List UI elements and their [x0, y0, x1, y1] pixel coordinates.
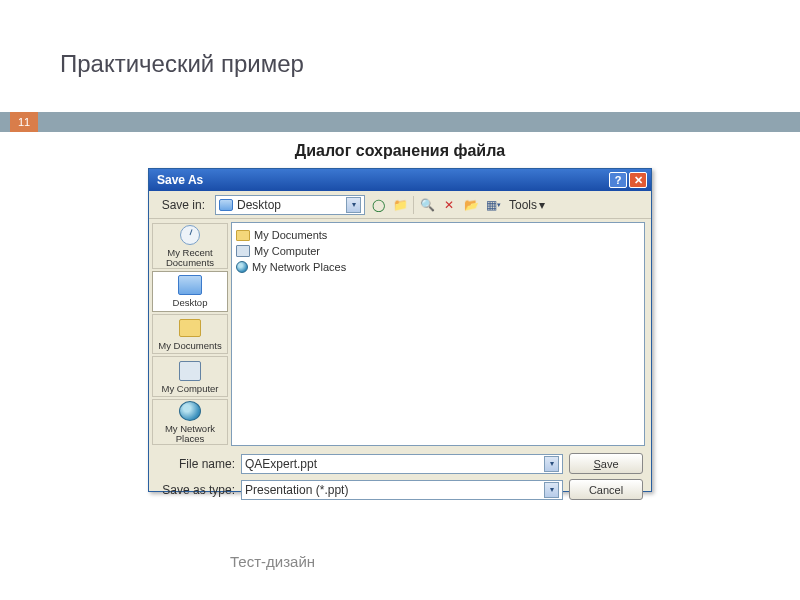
filename-label: File name: — [157, 457, 235, 471]
savein-combo[interactable]: Desktop ▾ — [215, 195, 365, 215]
search-icon[interactable]: 🔍 — [418, 196, 436, 214]
slide-subheading: Диалог сохранения файла — [0, 142, 800, 160]
save-as-dialog: Save As ? ✕ Save in: Desktop ▾ ◯ 📁 🔍 ✕ 📂… — [148, 168, 652, 492]
file-name: My Network Places — [252, 261, 346, 273]
slide-stripe — [0, 112, 800, 132]
computer-icon — [177, 360, 203, 382]
filename-input[interactable]: QAExpert.ppt ▾ — [241, 454, 563, 474]
dialog-body: My Recent Documents Desktop My Documents… — [149, 219, 651, 449]
close-button[interactable]: ✕ — [629, 172, 647, 188]
globe-icon — [236, 261, 248, 273]
back-icon[interactable]: ◯ — [369, 196, 387, 214]
titlebar[interactable]: Save As ? ✕ — [149, 169, 651, 191]
desktop-icon — [177, 274, 203, 296]
filename-value: QAExpert.ppt — [245, 457, 317, 471]
place-network[interactable]: My Network Places — [152, 399, 228, 445]
place-desktop[interactable]: Desktop — [152, 271, 228, 312]
delete-icon[interactable]: ✕ — [440, 196, 458, 214]
toolbar: Save in: Desktop ▾ ◯ 📁 🔍 ✕ 📂 ▦▾ Tools ▾ — [149, 191, 651, 219]
globe-icon — [177, 400, 203, 422]
chevron-down-icon[interactable]: ▾ — [346, 197, 361, 213]
folder-icon — [236, 230, 250, 241]
file-name: My Documents — [254, 229, 327, 241]
up-icon[interactable]: 📁 — [391, 196, 409, 214]
place-mydocuments[interactable]: My Documents — [152, 314, 228, 355]
saveastype-input[interactable]: Presentation (*.ppt) ▾ — [241, 480, 563, 500]
views-icon[interactable]: ▦▾ — [484, 196, 502, 214]
saveastype-label: Save as type: — [157, 483, 235, 497]
dialog-footer: File name: QAExpert.ppt ▾ Save Save as t… — [149, 449, 651, 511]
cancel-button[interactable]: Cancel — [569, 479, 643, 500]
place-label: My Recent Documents — [153, 248, 227, 268]
desktop-icon — [219, 199, 233, 211]
list-item[interactable]: My Network Places — [236, 259, 640, 275]
separator — [413, 196, 414, 214]
newfolder-icon[interactable]: 📂 — [462, 196, 480, 214]
savein-label: Save in: — [155, 198, 211, 212]
dialog-title: Save As — [153, 173, 607, 187]
save-button[interactable]: Save — [569, 453, 643, 474]
chevron-down-icon: ▾ — [539, 198, 545, 212]
tools-menu[interactable]: Tools ▾ — [506, 198, 548, 212]
place-mycomputer[interactable]: My Computer — [152, 356, 228, 397]
help-button[interactable]: ? — [609, 172, 627, 188]
chevron-down-icon[interactable]: ▾ — [544, 456, 559, 472]
slide-number: 11 — [10, 112, 38, 132]
clock-icon — [177, 224, 203, 246]
file-list[interactable]: My Documents My Computer My Network Plac… — [231, 222, 645, 446]
place-label: Desktop — [173, 298, 208, 308]
savein-value: Desktop — [237, 198, 342, 212]
saveastype-value: Presentation (*.ppt) — [245, 483, 348, 497]
places-bar: My Recent Documents Desktop My Documents… — [149, 219, 231, 449]
place-recent[interactable]: My Recent Documents — [152, 223, 228, 269]
folder-icon — [177, 317, 203, 339]
place-label: My Documents — [158, 341, 221, 351]
slide-title: Практический пример — [60, 50, 304, 78]
list-item[interactable]: My Computer — [236, 243, 640, 259]
list-item[interactable]: My Documents — [236, 227, 640, 243]
slide-footer: Тест-дизайн — [230, 553, 315, 570]
place-label: My Network Places — [153, 424, 227, 444]
tools-label: Tools — [509, 198, 537, 212]
chevron-down-icon[interactable]: ▾ — [544, 482, 559, 498]
computer-icon — [236, 245, 250, 257]
file-name: My Computer — [254, 245, 320, 257]
place-label: My Computer — [161, 384, 218, 394]
